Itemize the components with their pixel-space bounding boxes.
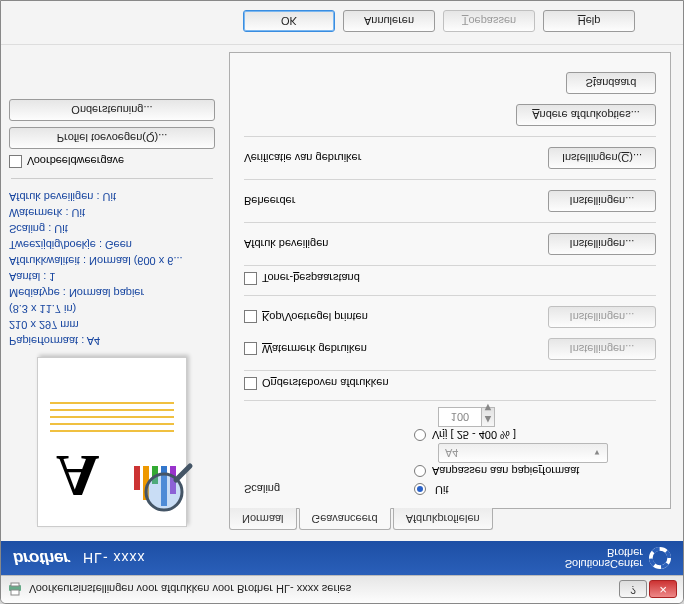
summary-watermark: Watermerk : Uit xyxy=(9,205,215,221)
brand-logo: brother xyxy=(13,548,69,568)
reverse-print-label: Ondersteboven afdrukken xyxy=(262,377,389,389)
watermark-settings-button: Instellingen... xyxy=(548,338,656,360)
toner-save-checkbox[interactable] xyxy=(244,272,257,285)
user-auth-settings-button[interactable]: Instellingen(C)... xyxy=(548,147,656,169)
scaling-label: Scaling xyxy=(244,483,414,495)
watermark-row[interactable]: Watermerk gebruiken xyxy=(244,342,367,355)
cancel-button[interactable]: Annuleren xyxy=(343,11,435,33)
reverse-print-checkbox[interactable] xyxy=(244,377,257,390)
scaling-free-spinner: ▲▼ xyxy=(481,407,495,427)
summary-scaling: Scaling : Uit xyxy=(9,221,215,237)
brand-bar: brother HL- xxxx SolutionsCenter Brother xyxy=(1,541,683,575)
solutions-center-link[interactable]: SolutionsCenter Brother xyxy=(565,547,671,569)
advanced-tab-body: Scaling Uit Aanpassen aan papierformaat … xyxy=(229,52,671,508)
headerfooter-checkbox[interactable] xyxy=(244,310,257,323)
page-preview: A xyxy=(37,357,187,527)
headerfooter-settings-button: Instellingen... xyxy=(548,306,656,328)
svg-line-6 xyxy=(176,466,190,480)
ok-button[interactable]: OK xyxy=(243,11,335,33)
tab-geavanceerd[interactable]: Geavanceerd xyxy=(299,508,391,530)
summary-dim-mm: 210 x 297 mm xyxy=(9,317,215,333)
summary-duplex: Tweezijdig/boekje : Geen xyxy=(9,237,215,253)
tab-afdrukprofielen[interactable]: Afdrukprofielen xyxy=(393,508,493,530)
add-profile-button[interactable]: Profiel toevoegen(Q)... xyxy=(9,127,215,149)
scaling-fit-label: Aanpassen aan papierformaat xyxy=(432,465,579,477)
secure-print-label: Afdruk beveiligen xyxy=(244,238,548,250)
titlebar: Voorkeursinstellingen voor afdrukken voo… xyxy=(1,575,683,603)
headerfooter-row[interactable]: Kop/Voetregel printen xyxy=(244,310,368,323)
scaling-fit-radio[interactable] xyxy=(414,465,426,477)
solutions-line2: Brother xyxy=(565,547,643,558)
apply-button: Toepassen xyxy=(443,11,535,33)
scaling-free-value: 100 xyxy=(438,407,482,427)
headerfooter-label: Kop/Voetregel printen xyxy=(262,311,368,323)
scaling-off-radio[interactable] xyxy=(414,483,426,495)
tab-strip: Normaal Geavanceerd Afdrukprofielen xyxy=(229,508,671,531)
help-dialog-button[interactable]: Help xyxy=(543,11,635,33)
tab-normaal[interactable]: Normaal xyxy=(229,508,297,530)
preview-checkbox-label: Voorbeeldweergave xyxy=(27,156,124,168)
support-button[interactable]: Ondersteuning... xyxy=(9,99,215,121)
close-button[interactable]: ✕ xyxy=(649,581,677,599)
brand-model: HL- xxxx xyxy=(83,550,145,566)
summary-dim-in: (8.3 x 11.7 in) xyxy=(9,301,215,317)
toner-save-label: Toner-bespaarstand xyxy=(262,272,360,284)
solutions-line1: SolutionsCenter xyxy=(565,558,643,569)
preview-checkbox-row[interactable]: Voorbeeldweergave xyxy=(9,155,215,168)
admin-label: Beheerder xyxy=(244,195,548,207)
summary-media: Mediatype : Normaal papier xyxy=(9,285,215,301)
printer-icon xyxy=(7,582,23,598)
scaling-off-label: Uit xyxy=(435,484,448,496)
window-title: Voorkeursinstellingen voor afdrukken voo… xyxy=(29,584,619,596)
watermark-label: Watermerk gebruiken xyxy=(262,343,367,355)
print-preferences-window: Voorkeursinstellingen voor afdrukken voo… xyxy=(0,0,684,604)
other-print-options-button[interactable]: Andere afdrukopties... xyxy=(516,104,656,126)
summary-papersize: Papierformaat : A4 xyxy=(9,333,215,349)
reverse-print-row[interactable]: Ondersteboven afdrukken xyxy=(244,377,656,390)
scaling-free-radio[interactable] xyxy=(414,429,426,441)
secure-print-settings-button[interactable]: Instellingen... xyxy=(548,233,656,255)
summary-quality: Afdrukkwaliteit : Normaal (600 x 6... xyxy=(9,253,215,269)
scaling-free-label: Vrij [ 25 - 400 % ] xyxy=(432,429,516,441)
svg-point-4 xyxy=(651,549,669,567)
help-button[interactable]: ? xyxy=(619,581,647,599)
summary-secure: Afdruk beveiligen : Uit xyxy=(9,189,215,205)
svg-rect-2 xyxy=(11,584,19,587)
dialog-button-bar: OK Annuleren Toepassen Help xyxy=(1,0,683,45)
user-auth-label: Verificatie van gebruiker xyxy=(244,152,548,164)
left-preview-pane: A Papierformaat : A4 210 x 297 mm (8.3 x… xyxy=(1,45,223,541)
preview-checkbox[interactable] xyxy=(9,155,22,168)
magnifier-icon xyxy=(142,462,194,514)
watermark-checkbox[interactable] xyxy=(244,342,257,355)
lifebuoy-icon xyxy=(649,547,671,569)
admin-settings-button[interactable]: Instellingen... xyxy=(548,190,656,212)
defaults-button[interactable]: Standaard xyxy=(566,72,656,94)
toner-save-row[interactable]: Toner-bespaarstand xyxy=(244,272,656,285)
scaling-fit-paper-dropdown: A4▼ xyxy=(438,443,608,463)
summary-copies: Aantal : 1 xyxy=(9,269,215,285)
svg-rect-1 xyxy=(11,591,19,596)
settings-summary: Papierformaat : A4 210 x 297 mm (8.3 x 1… xyxy=(9,189,215,349)
